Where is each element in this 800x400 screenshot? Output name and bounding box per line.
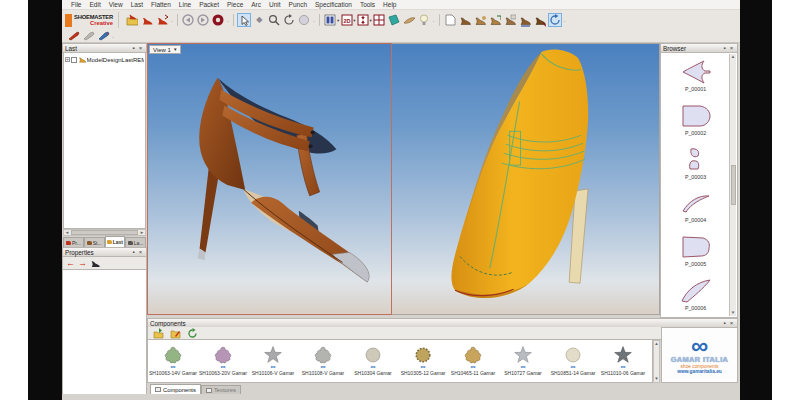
piece-thumb[interactable]: P_00003 <box>662 141 729 185</box>
scroll-up-icon[interactable]: ▲ <box>731 54 735 60</box>
light-button[interactable] <box>417 13 431 27</box>
open-model-button[interactable] <box>125 13 139 27</box>
import-component-button[interactable] <box>152 326 166 340</box>
tree-item-model[interactable]: + ModelDesignLastREMO <box>64 53 145 66</box>
component-thumb[interactable]: ∞ SH10727 Gamar <box>498 346 548 376</box>
surface-button[interactable] <box>387 13 401 27</box>
view1-tab[interactable]: View 1 ▼ <box>149 45 181 54</box>
component-thumb[interactable]: ∞ SH10108-V Gamar <box>298 346 348 376</box>
pin-icon[interactable]: ▪ <box>721 45 728 52</box>
scroll-thumb[interactable] <box>71 230 138 235</box>
link-icon: ∞ <box>621 364 626 369</box>
menu-punch[interactable]: Punch <box>285 1 311 8</box>
last-tool-6-button[interactable] <box>533 13 547 27</box>
rotate-view-button[interactable] <box>282 13 296 27</box>
menu-line[interactable]: Line <box>175 1 195 8</box>
component-thumb[interactable]: ∞ SH10063-14V Gamar <box>148 346 198 376</box>
tree-expander-icon[interactable]: + <box>65 57 70 62</box>
airbrush-button[interactable] <box>67 29 81 43</box>
last-refresh-button[interactable] <box>548 13 562 27</box>
scroll-down-icon[interactable]: ▼ <box>731 310 735 316</box>
piece-thumb[interactable]: P_00005 <box>662 229 729 273</box>
new-sheet-button[interactable] <box>443 13 457 27</box>
menu-arc[interactable]: Arc <box>247 1 265 8</box>
tab-style[interactable]: St... <box>84 237 105 247</box>
menu-last[interactable]: Last <box>127 1 147 8</box>
prev-arrow-icon[interactable]: ← <box>66 259 75 268</box>
browser-vscrollbar[interactable]: ▲ ▼ <box>729 54 736 316</box>
last-tool-1-button[interactable] <box>458 13 472 27</box>
view2-canvas[interactable] <box>392 43 660 315</box>
split-view-button[interactable] <box>323 13 337 27</box>
tab-pieces[interactable]: Pr... <box>63 237 84 247</box>
tab-last[interactable]: Last <box>105 236 126 247</box>
zoom-button[interactable] <box>267 13 281 27</box>
menu-piece[interactable]: Piece <box>223 1 247 8</box>
menu-packet[interactable]: Packet <box>195 1 223 8</box>
view1-canvas[interactable]: View 1 ▼ <box>147 43 392 315</box>
menu-specification[interactable]: Specification <box>311 1 356 8</box>
shade-button[interactable] <box>297 13 311 27</box>
scroll-thumb[interactable] <box>731 165 736 205</box>
component-thumb[interactable]: ∞ SH10465-11 Gamar <box>448 346 498 376</box>
piece-thumb[interactable]: P_00004 <box>662 185 729 229</box>
texture-brush-button[interactable] <box>97 29 111 43</box>
component-thumb[interactable]: ∞ SH10106-V Gamar <box>248 346 298 376</box>
scroll-up-icon[interactable]: ▲ <box>654 341 658 347</box>
component-thumb[interactable]: ∞ SH10063-20V Gamar <box>198 346 248 376</box>
last-tool-5-button[interactable] <box>518 13 532 27</box>
sole-button[interactable] <box>402 13 416 27</box>
select-cursor-button[interactable] <box>237 13 251 27</box>
component-thumb[interactable]: ∞ SH10304 Gamar <box>348 346 398 376</box>
tab-components[interactable]: Components <box>150 384 201 394</box>
expand-views-button[interactable] <box>356 13 370 27</box>
edit-component-button[interactable] <box>169 326 183 340</box>
last-tool-3-button[interactable] <box>488 13 502 27</box>
piece-thumb[interactable]: P_00006 <box>662 272 729 316</box>
import-last-button[interactable] <box>155 13 169 27</box>
tab-textures[interactable]: Textures <box>201 385 241 394</box>
menu-flatten[interactable]: Flatten <box>147 1 175 8</box>
flower-ornament-icon <box>314 346 332 364</box>
open-last-button[interactable] <box>140 13 154 27</box>
close-icon[interactable]: × <box>728 45 735 52</box>
undo-button[interactable] <box>181 13 195 27</box>
menu-edit[interactable]: Edit <box>85 1 104 8</box>
menu-file[interactable]: File <box>67 1 85 8</box>
close-icon[interactable]: × <box>137 45 144 52</box>
pin-icon[interactable]: ▪ <box>130 249 137 256</box>
scroll-down-icon[interactable]: ▼ <box>654 376 658 382</box>
view-2d-button[interactable]: 2D <box>340 13 354 27</box>
piece-thumb[interactable]: P_00001 <box>662 54 729 98</box>
menu-view[interactable]: View <box>105 1 127 8</box>
last-tool-2-button[interactable] <box>473 13 487 27</box>
next-arrow-icon[interactable]: → <box>78 259 87 268</box>
tree-checkbox[interactable] <box>71 57 77 63</box>
brush-disabled-button[interactable] <box>82 29 96 43</box>
close-icon[interactable]: × <box>137 249 144 256</box>
pin-icon[interactable]: ▪ <box>130 45 137 52</box>
redo-button[interactable] <box>196 13 210 27</box>
menu-help[interactable]: Help <box>379 1 400 8</box>
gamar-url: www.gamaritalia.eu <box>677 369 722 374</box>
component-thumb[interactable]: ∞ SH11010-06 Gamar <box>598 346 648 376</box>
grid-views-button[interactable] <box>372 13 386 27</box>
close-icon[interactable]: × <box>728 320 735 327</box>
menu-tools[interactable]: Tools <box>356 1 379 8</box>
component-thumb[interactable]: ∞ SH10851-14 Gamar <box>548 346 598 376</box>
shoe-view-icon[interactable] <box>90 258 101 269</box>
tree-hscrollbar[interactable]: ◄ ► <box>63 229 146 236</box>
refresh-components-button[interactable] <box>186 326 200 340</box>
tab-lines[interactable]: La... <box>125 237 146 247</box>
scroll-right-icon[interactable]: ► <box>139 230 145 235</box>
move-button[interactable]: ◆ <box>252 13 266 27</box>
last-tool-4-button[interactable] <box>503 13 517 27</box>
pin-icon[interactable]: ▪ <box>721 320 728 327</box>
scroll-left-icon[interactable]: ◄ <box>64 230 70 235</box>
component-thumb[interactable]: ∞ SH10305-12 Gamar <box>398 346 448 376</box>
menu-unit[interactable]: Unit <box>265 1 285 8</box>
piece-thumb[interactable]: P_00002 <box>662 98 729 142</box>
components-vscrollbar[interactable]: ▲ ▼ <box>653 340 660 383</box>
flower-ornament-icon <box>164 346 182 364</box>
record-button[interactable] <box>211 13 225 27</box>
